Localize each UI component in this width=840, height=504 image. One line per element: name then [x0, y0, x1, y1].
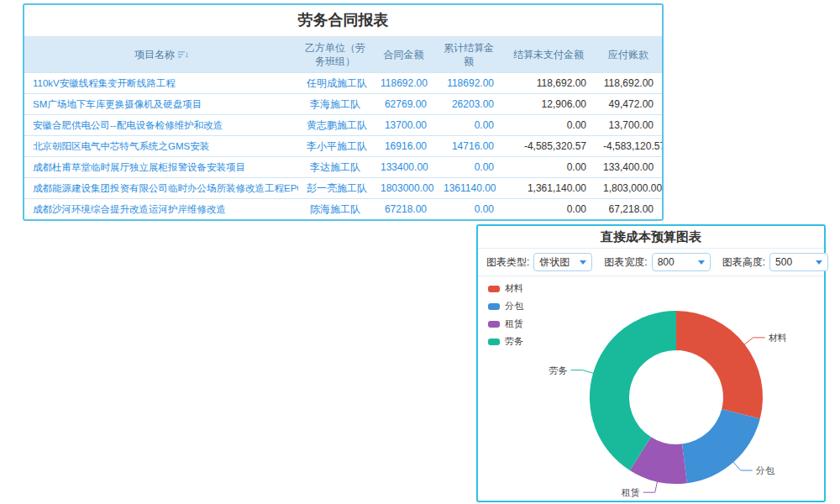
cell-r5-c3: 1361140.00 — [435, 178, 502, 199]
cell-r4-c1: 李达施工队 — [298, 157, 372, 178]
cell-r0-c4: 118,692.00 — [502, 73, 595, 94]
table-header-row: 项目名称乙方单位（劳务班组）合同金额累计结算金额结算未支付金额应付账款 — [24, 37, 662, 73]
cell-r3-c3: 14716.00 — [435, 136, 502, 157]
cell-r2-c1: 黄志鹏施工队 — [298, 115, 372, 136]
cell-r2-c4: 0.00 — [502, 115, 595, 136]
pie-slice-1[interactable] — [682, 409, 760, 483]
cell-r6-c4: 0.00 — [502, 199, 595, 220]
direct-cost-budget-panel: 直接成本预算图表 图表类型:饼状图图表宽度:800图表高度:500 材料分包租赁… — [476, 224, 826, 502]
chart-width-select[interactable]: 800 — [652, 253, 711, 271]
sort-icon[interactable] — [178, 50, 188, 59]
chevron-down-icon — [816, 260, 822, 265]
cell-r1-c2: 62769.00 — [372, 94, 435, 115]
table-row-2: 安徽合肥供电公司--配电设备检修维护和改造黄志鹏施工队13700.000.000… — [24, 115, 662, 136]
cell-r0-c2: 118692.00 — [372, 73, 435, 94]
cell-r2-c2: 13700.00 — [372, 115, 435, 136]
column-header-2: 合同金额 — [372, 37, 435, 73]
cell-r5-c5: 1,803,000.00 — [595, 178, 662, 199]
table-row-4: 成都杜甫草堂临时展厅独立展柜报警设备安装项目李达施工队133400.000.00… — [24, 157, 662, 178]
cell-r6-c1: 陈海施工队 — [298, 199, 372, 220]
cell-r4-c3: 0.00 — [435, 157, 502, 178]
chart-title: 直接成本预算图表 — [478, 226, 824, 249]
cell-r6-c3: 0.00 — [435, 199, 502, 220]
chevron-down-icon — [698, 260, 705, 265]
cell-r3-c2: 16916.00 — [372, 136, 435, 157]
cell-r1-c4: 12,906.00 — [502, 94, 595, 115]
pie-label-2: 租赁 — [622, 487, 640, 497]
cell-r5-c2: 1803000.00 — [372, 178, 435, 199]
cell-r1-c5: 49,472.00 — [595, 94, 662, 115]
cell-r4-c0: 成都杜甫草堂临时展厅独立展柜报警设备安装项目 — [24, 157, 298, 178]
table-header: 项目名称乙方单位（劳务班组）合同金额累计结算金额结算未支付金额应付账款 — [24, 37, 662, 73]
chart-type-select-value: 饼状图 — [539, 255, 570, 270]
cell-r3-c0: 北京朝阳区电气中芯特气系统之GMS安装 — [24, 136, 298, 157]
control-label-0: 图表类型: — [486, 255, 529, 270]
labor-contract-report-panel: 劳务合同报表 项目名称乙方单位（劳务班组）合同金额累计结算金额结算未支付金额应付… — [23, 3, 664, 221]
cell-r2-c3: 0.00 — [435, 115, 502, 136]
chevron-down-icon — [580, 260, 586, 265]
chart-height-select[interactable]: 500 — [769, 253, 828, 271]
pie-label-line-2 — [643, 481, 658, 493]
chart-height-select-value: 500 — [775, 256, 792, 268]
cell-r0-c3: 118692.00 — [435, 73, 502, 94]
cell-r3-c4: -4,585,320.57 — [502, 136, 595, 157]
cell-r4-c5: 133,400.00 — [595, 157, 662, 178]
chart-area: 材料分包租赁劳务 材料分包租赁劳务 — [478, 276, 824, 501]
control-group-2: 图表高度:500 — [722, 253, 828, 271]
chart-controls: 图表类型:饼状图图表宽度:800图表高度:500 — [478, 249, 824, 276]
cell-r3-c5: -4,583,120.57 — [595, 136, 662, 157]
pie-slice-0[interactable] — [676, 311, 763, 419]
cell-r6-c5: 67,218.00 — [595, 199, 662, 220]
cell-r3-c1: 李小平施工队 — [298, 136, 372, 157]
pie-label-line-0 — [744, 338, 765, 345]
table-row-0: 110kV安徽线程集变开断线路工程任明成施工队118692.00118692.0… — [24, 73, 662, 94]
control-label-1: 图表宽度: — [604, 255, 647, 270]
cell-r6-c2: 67218.00 — [372, 199, 435, 220]
cell-r2-c0: 安徽合肥供电公司--配电设备检修维护和改造 — [24, 115, 298, 136]
cell-r0-c1: 任明成施工队 — [298, 73, 372, 94]
cell-r4-c2: 133400.00 — [372, 157, 435, 178]
cell-r5-c1: 彭一亮施工队 — [298, 178, 372, 199]
column-header-4: 结算未支付金额 — [502, 37, 595, 73]
table-row-1: SM广场地下车库更换摄像机及硬盘项目李海施工队62769.0026203.001… — [24, 94, 662, 115]
column-header-0[interactable]: 项目名称 — [24, 37, 298, 73]
column-header-1: 乙方单位（劳务班组） — [298, 37, 372, 73]
cell-r1-c1: 李海施工队 — [298, 94, 372, 115]
cell-r0-c0: 110kV安徽线程集变开断线路工程 — [24, 73, 298, 94]
cell-r5-c4: 1,361,140.00 — [502, 178, 595, 199]
cell-r0-c5: 118,692.00 — [595, 73, 662, 94]
table-row-5: 成都能源建设集团投资有限公司临时办公场所装修改造工程EPC彭一亮施工队18030… — [24, 178, 662, 199]
column-header-5: 应付账款 — [595, 37, 662, 73]
control-group-1: 图表宽度:800 — [604, 253, 710, 271]
chart-width-select-value: 800 — [658, 256, 675, 268]
table-row-3: 北京朝阳区电气中芯特气系统之GMS安装李小平施工队16916.0014716.0… — [24, 136, 662, 157]
cell-r1-c3: 26203.00 — [435, 94, 502, 115]
cell-r5-c0: 成都能源建设集团投资有限公司临时办公场所装修改造工程EPC — [24, 178, 298, 199]
pie-label-line-1 — [733, 462, 753, 471]
report-title: 劳务合同报表 — [24, 5, 662, 36]
pie-label-1: 分包 — [756, 465, 775, 475]
table-body: 110kV安徽线程集变开断线路工程任明成施工队118692.00118692.0… — [24, 73, 662, 220]
pie-label-3: 劳务 — [549, 365, 568, 375]
cell-r6-c0: 成都沙河环境综合提升改造运河护岸维修改造 — [24, 199, 298, 220]
control-group-0: 图表类型:饼状图 — [486, 253, 592, 271]
donut-chart: 材料分包租赁劳务 — [478, 276, 824, 501]
table-row-6: 成都沙河环境综合提升改造运河护岸维修改造陈海施工队67218.000.000.0… — [24, 199, 662, 220]
cell-r2-c5: 13,700.00 — [595, 115, 662, 136]
labor-contract-table: 项目名称乙方单位（劳务班组）合同金额累计结算金额结算未支付金额应付账款 110k… — [24, 36, 662, 219]
pie-label-line-3 — [571, 370, 595, 374]
column-header-3: 累计结算金额 — [435, 37, 502, 73]
pie-label-0: 材料 — [769, 333, 787, 343]
chart-type-select[interactable]: 饼状图 — [533, 253, 592, 271]
cell-r4-c4: 0.00 — [502, 157, 595, 178]
cell-r1-c0: SM广场地下车库更换摄像机及硬盘项目 — [24, 94, 298, 115]
control-label-2: 图表高度: — [722, 255, 765, 270]
